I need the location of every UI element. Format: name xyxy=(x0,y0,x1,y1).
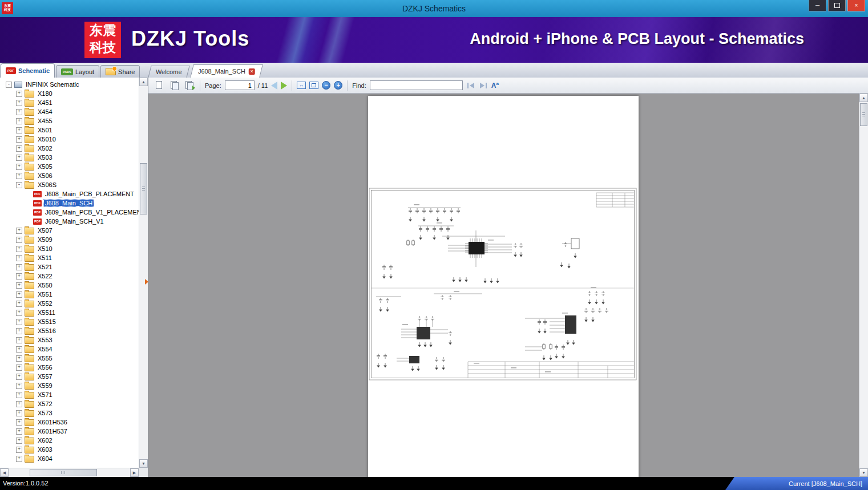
expand-icon[interactable]: + xyxy=(16,173,22,179)
next-page-icon[interactable] xyxy=(281,82,287,90)
expand-icon[interactable]: + xyxy=(16,291,22,298)
viewer-vertical-scrollbar[interactable]: ▲ ▼ xyxy=(859,94,868,477)
maximize-button[interactable] xyxy=(828,0,846,11)
zoom-out-icon[interactable]: − xyxy=(322,81,330,90)
tree-folder-x505[interactable]: +X505 xyxy=(0,162,139,171)
expand-icon[interactable]: + xyxy=(16,447,22,453)
tab-layout[interactable]: PADS Layout xyxy=(56,65,99,78)
tree-hscroll-thumb[interactable] xyxy=(30,469,97,476)
tab-share[interactable]: Share xyxy=(100,65,140,78)
tree-folder-x559[interactable]: +X559 xyxy=(0,381,139,390)
expand-icon[interactable]: + xyxy=(16,337,22,343)
fit-width-icon[interactable]: ↔ xyxy=(297,82,306,89)
tree-folder-x601h536[interactable]: +X601H536 xyxy=(0,418,139,427)
zoom-in-icon[interactable]: + xyxy=(334,81,342,90)
pdf-viewer[interactable]: ▲ ▼ xyxy=(148,94,868,477)
find-previous-icon[interactable] xyxy=(466,82,475,90)
expand-icon[interactable]: + xyxy=(16,255,22,261)
tree-folder-x506[interactable]: +X506 xyxy=(0,171,139,180)
tree-folder-x556[interactable]: +X556 xyxy=(0,363,139,372)
tree-folder-x572[interactable]: +X572 xyxy=(0,399,139,408)
tree-folder-x503[interactable]: +X503 xyxy=(0,153,139,162)
tree-folder-x557[interactable]: +X557 xyxy=(0,372,139,381)
tree-folder-x455[interactable]: +X455 xyxy=(0,116,139,125)
tree-folder-x550[interactable]: +X550 xyxy=(0,281,139,290)
expand-icon[interactable]: + xyxy=(16,246,22,252)
expand-icon[interactable]: + xyxy=(16,118,22,124)
tree-folder-x555[interactable]: +X555 xyxy=(0,354,139,363)
expand-icon[interactable]: + xyxy=(16,392,22,398)
tree-folder-x180[interactable]: +X180 xyxy=(0,89,139,98)
tree-folder-x454[interactable]: +X454 xyxy=(0,107,139,116)
tree-file-j609_main_sch_v1[interactable]: PDFJ609_Main_SCH_V1 xyxy=(0,217,139,226)
expand-icon[interactable]: + xyxy=(16,428,22,435)
scroll-down-icon[interactable]: ▼ xyxy=(139,459,148,468)
expand-icon[interactable]: + xyxy=(16,164,22,170)
tree-folder-x604[interactable]: +X604 xyxy=(0,454,139,463)
tree-root[interactable]: -INFINIX Schematic xyxy=(0,80,139,89)
tree-folder-x521[interactable]: +X521 xyxy=(0,262,139,272)
find-next-icon[interactable] xyxy=(479,82,488,90)
page-number-input[interactable] xyxy=(225,80,255,90)
tree-folder-x501[interactable]: +X501 xyxy=(0,125,139,135)
expand-icon[interactable]: + xyxy=(16,237,22,243)
expand-icon[interactable]: + xyxy=(16,136,22,143)
tree-folder-x5515[interactable]: +X5515 xyxy=(0,317,139,326)
tree-folder-x5511[interactable]: +X5511 xyxy=(0,308,139,317)
tree-folder-x509[interactable]: +X509 xyxy=(0,235,139,244)
copy-page-icon[interactable] xyxy=(184,80,195,91)
expand-icon[interactable]: + xyxy=(16,355,22,362)
collapse-icon[interactable]: - xyxy=(16,182,22,188)
expand-icon[interactable]: + xyxy=(16,109,22,115)
tree-folder-x5516[interactable]: +X5516 xyxy=(0,326,139,335)
expand-icon[interactable]: + xyxy=(16,365,22,371)
tree-folder-x602[interactable]: +X602 xyxy=(0,436,139,445)
tree-file-j608_main_pcb_placement[interactable]: PDFJ608_Main_PCB_PLACEMENT xyxy=(0,189,139,199)
tree-file-j609_main_pcb_v1_placement[interactable]: PDFJ609_Main_PCB_V1_PLACEMENT xyxy=(0,208,139,217)
page-thumbnail-icon[interactable] xyxy=(154,80,165,91)
scroll-up-icon[interactable]: ▲ xyxy=(859,94,868,102)
tree-folder-x554[interactable]: +X554 xyxy=(0,345,139,354)
tree-vertical-scrollbar[interactable]: ▲ ▼ xyxy=(139,78,148,468)
expand-icon[interactable]: + xyxy=(16,410,22,416)
tree-folder-x552[interactable]: +X552 xyxy=(0,299,139,308)
expand-icon[interactable]: + xyxy=(16,145,22,152)
minimize-button[interactable]: ─ xyxy=(809,0,826,11)
expand-icon[interactable]: + xyxy=(16,127,22,133)
tree-folder-x511[interactable]: +X511 xyxy=(0,253,139,262)
expand-icon[interactable]: + xyxy=(16,419,22,426)
expand-icon[interactable]: + xyxy=(16,282,22,289)
scroll-right-icon[interactable]: ▶ xyxy=(130,468,139,477)
tab-document-j608-main-sch[interactable]: J608_Main_SCH × xyxy=(190,64,263,78)
tree-folder-x5010[interactable]: +X5010 xyxy=(0,135,139,144)
expand-icon[interactable]: + xyxy=(16,328,22,334)
tree-folder-x507[interactable]: +X507 xyxy=(0,226,139,235)
previous-page-icon[interactable] xyxy=(271,82,277,90)
expand-icon[interactable]: + xyxy=(16,91,22,97)
tree-folder-x502[interactable]: +X502 xyxy=(0,144,139,153)
scroll-down-icon[interactable]: ▼ xyxy=(859,468,868,477)
expand-icon[interactable]: + xyxy=(16,228,22,234)
expand-icon[interactable]: + xyxy=(16,301,22,307)
find-input[interactable] xyxy=(370,80,463,90)
expand-icon[interactable]: + xyxy=(16,456,22,462)
collapse-icon[interactable]: - xyxy=(6,82,12,88)
tree-folder-x573[interactable]: +X573 xyxy=(0,408,139,418)
expand-icon[interactable]: + xyxy=(16,319,22,325)
tree-folder-x451[interactable]: +X451 xyxy=(0,98,139,107)
match-case-icon[interactable]: Aa xyxy=(491,81,499,90)
tree-folder-x510[interactable]: +X510 xyxy=(0,244,139,253)
scroll-left-icon[interactable]: ◀ xyxy=(0,468,9,477)
pages-stack-icon[interactable] xyxy=(169,80,180,91)
expand-icon[interactable]: + xyxy=(16,273,22,280)
tree-folder-x506s[interactable]: -X506S xyxy=(0,180,139,189)
tree-folder-x603[interactable]: +X603 xyxy=(0,445,139,454)
scroll-up-icon[interactable]: ▲ xyxy=(139,78,148,86)
schematic-page[interactable] xyxy=(368,96,639,477)
viewer-scroll-thumb[interactable] xyxy=(860,103,867,126)
expand-icon[interactable]: + xyxy=(16,264,22,270)
close-button[interactable]: × xyxy=(847,0,865,11)
expand-icon[interactable]: + xyxy=(16,383,22,389)
tree-folder-x553[interactable]: +X553 xyxy=(0,335,139,345)
expand-icon[interactable]: + xyxy=(16,438,22,444)
